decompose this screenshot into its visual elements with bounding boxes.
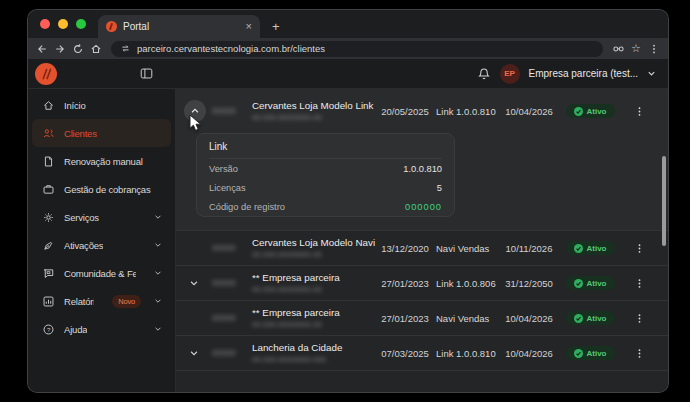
start-date: 27/01/2023 — [374, 313, 436, 324]
novo-badge: Novo — [112, 295, 141, 308]
home-icon — [41, 98, 55, 112]
browser-tabstrip: Portal × + — [28, 10, 668, 38]
registration-code-value: 000000 — [405, 202, 442, 212]
avatar[interactable]: EP — [500, 64, 520, 84]
check-circle-icon — [574, 244, 583, 253]
forward-icon[interactable] — [52, 41, 68, 57]
sidebar-item-ativacoes[interactable]: Ativações — [32, 231, 171, 259]
maximize-window-button[interactable] — [76, 19, 86, 29]
browser-tab[interactable]: Portal × — [98, 15, 260, 38]
account-name[interactable]: Empresa parceira (test... — [529, 68, 638, 79]
browser-window: Portal × + parceiro.cervantestecnologia.… — [28, 10, 668, 392]
status-badge: Ativo — [566, 276, 615, 290]
sidebar-item-gestao-de-cobrancas[interactable]: Gestão de cobranças — [32, 175, 171, 203]
app-header: EP Empresa parceira (test... — [28, 59, 668, 89]
start-date: 07/03/2025 — [374, 348, 436, 359]
back-icon[interactable] — [34, 41, 50, 57]
svg-text:?: ? — [46, 325, 50, 332]
browser-menu-icon[interactable] — [646, 41, 662, 57]
expand-row-chevron-icon[interactable] — [189, 348, 199, 358]
client-id-blurred: 00000 — [212, 348, 252, 358]
client-name: ** Empresa parceira — [252, 307, 374, 318]
client-id-blurred: 00000 — [212, 278, 252, 288]
status-badge: Ativo — [566, 241, 615, 255]
detail-panel-title: Link — [209, 134, 442, 159]
new-tab-button[interactable]: + — [272, 19, 280, 34]
start-date: 20/05/2025 — [374, 106, 436, 117]
end-date: 31/12/2050 — [500, 278, 558, 289]
reload-icon[interactable] — [70, 41, 86, 57]
client-id-blurred: 00000 — [212, 243, 252, 253]
detail-field-value: 5 — [437, 183, 442, 193]
status-badge: Ativo — [566, 104, 615, 118]
notifications-bell-icon[interactable] — [477, 67, 491, 81]
document-icon — [41, 154, 55, 168]
table-row[interactable]: 00000 Cervantes Loja Modelo Navi 00.000.… — [176, 230, 668, 265]
app-logo — [35, 63, 57, 85]
table-footer-space — [176, 370, 668, 392]
briefcase-icon — [41, 182, 55, 196]
chevron-down-icon — [154, 269, 162, 277]
help-icon: ? — [41, 322, 55, 336]
scrollbar-thumb[interactable] — [662, 156, 666, 246]
row-menu-kebab-icon[interactable] — [622, 243, 656, 254]
pen-icon — [41, 238, 55, 252]
sidebar-item-relatorios[interactable]: Relatórios Novo — [32, 287, 171, 315]
client-subtitle-blurred: 00.000.000/0000-000 — [252, 355, 374, 364]
portal-favicon-icon — [106, 21, 117, 32]
table-row[interactable]: 00000 Lancheria da Cidade 00.000.000/000… — [176, 335, 668, 370]
status-badge: Ativo — [566, 311, 615, 325]
expand-row-chevron-icon[interactable] — [189, 278, 199, 288]
chevron-down-icon — [154, 297, 162, 305]
sidebar-item-label: Início — [64, 100, 86, 111]
client-subtitle-blurred: 00.000.000/0000-00 — [252, 285, 374, 294]
minimize-window-button[interactable] — [58, 19, 68, 29]
row-menu-kebab-icon[interactable] — [622, 278, 656, 289]
url-text: parceiro.cervantestecnologia.com.br/clie… — [137, 43, 325, 54]
row-menu-kebab-icon[interactable] — [622, 348, 656, 359]
client-name: Cervantes Loja Modelo Link — [252, 100, 374, 111]
row-menu-kebab-icon[interactable] — [622, 106, 656, 117]
product-version: Link 1.0.0.806 — [436, 278, 500, 289]
table-row[interactable]: 00000 Cervantes Loja Modelo Link 00.000.… — [176, 89, 668, 133]
check-circle-icon — [574, 107, 583, 116]
bookmark-star-icon[interactable]: ☆ — [628, 41, 644, 57]
start-date: 27/01/2023 — [374, 278, 436, 289]
start-date: 13/12/2020 — [374, 243, 436, 254]
table-row[interactable]: 00000 ** Empresa parceira 00.000.000/000… — [176, 300, 668, 335]
tab-close-icon[interactable]: × — [246, 21, 252, 32]
account-chevron-down-icon[interactable] — [647, 69, 656, 78]
row-menu-kebab-icon[interactable] — [622, 313, 656, 324]
glasses-icon[interactable] — [610, 41, 626, 57]
url-bar[interactable]: parceiro.cervantestecnologia.com.br/clie… — [111, 41, 603, 57]
product-version: Navi Vendas — [436, 243, 500, 254]
product-version: Link 1.0.0.810 — [436, 348, 500, 359]
sidebar-item-servicos[interactable]: Serviços — [32, 203, 171, 231]
table-row[interactable]: 00000 ** Empresa parceira 00.000.000/000… — [176, 265, 668, 300]
sidebar-item-label: Renovação manual — [64, 156, 143, 167]
sidebar-item-comunidade-feedback[interactable]: Comunidade & Feedback — [32, 259, 171, 287]
sidebar-item-renovacao-manual[interactable]: Renovação manual — [32, 147, 171, 175]
sidebar-item-label: Relatórios — [64, 296, 94, 307]
chat-icon — [41, 266, 55, 280]
browser-toolbar: parceiro.cervantestecnologia.com.br/clie… — [28, 38, 668, 59]
sidebar: Início Clientes Renovação manual Gestão … — [28, 89, 176, 392]
end-date: 10/04/2026 — [500, 106, 558, 117]
collapse-row-button[interactable] — [184, 100, 206, 122]
client-id-blurred: 00000 — [212, 313, 252, 323]
home-icon[interactable] — [88, 41, 104, 57]
close-window-button[interactable] — [40, 19, 50, 29]
client-subtitle-blurred: 00.000.000/0000-00 — [252, 320, 374, 329]
sidebar-toggle-icon[interactable] — [140, 67, 153, 80]
sidebar-item-clientes[interactable]: Clientes — [32, 119, 171, 147]
client-id-blurred: 00000 — [212, 106, 252, 116]
sidebar-item-inicio[interactable]: Início — [32, 91, 171, 119]
site-info-icon[interactable] — [120, 41, 131, 57]
tab-title: Portal — [123, 21, 240, 32]
client-subtitle-blurred: 00.000.000/0000-00 — [252, 250, 374, 259]
chart-icon — [41, 294, 55, 308]
sidebar-item-label: Serviços — [64, 212, 99, 223]
sidebar-item-label: Ativações — [64, 240, 103, 251]
chevron-down-icon — [154, 213, 162, 221]
sidebar-item-ajuda[interactable]: ? Ajuda — [32, 315, 171, 343]
